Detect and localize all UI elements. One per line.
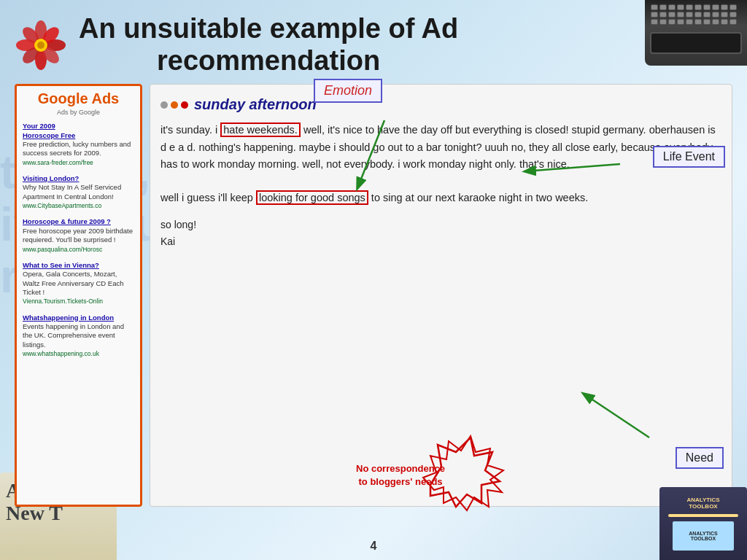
hate-weekends-highlight: hate weekends. [220, 122, 301, 137]
dot-gray [160, 101, 168, 109]
need-label: Need [686, 451, 713, 464]
blog-post-title: sunday afternoon [194, 93, 317, 116]
ad-item-1: Your 2009Horoscope Free Free prediction,… [23, 122, 134, 167]
blog-author: Kai [160, 233, 721, 249]
ad-item-5: Whatshappening in London Events happenin… [23, 314, 134, 359]
ad-link-1[interactable]: Your 2009Horoscope Free [23, 122, 134, 140]
svg-point-10 [37, 42, 44, 49]
ad-link-2[interactable]: Visiting London? [23, 174, 134, 183]
ad-link-5[interactable]: Whatshappening in London [23, 314, 134, 322]
main-content: Google Ads Ads by Google Your 2009Horosc… [0, 84, 747, 507]
blog-closing: so long! [160, 217, 721, 233]
slide-container: to IRS,ive your if yo [0, 0, 747, 560]
annotation-need-box: Need [676, 447, 724, 469]
ads-by-google: Ads by Google [23, 109, 134, 116]
ad-item-2: Visiting London? Why Not Stay In A Self … [23, 174, 134, 210]
annotation-life-event-box: Life Event [653, 146, 725, 168]
blog-body: it's sunday. i hate weekends. well, it's… [160, 122, 721, 249]
blog-signature: so long! Kai [160, 217, 721, 249]
blog-panel: sunday afternoon it's sunday. i hate wee… [150, 84, 732, 507]
ad-item-3: Horoscope & future 2009 ? Free horoscope… [23, 217, 134, 253]
slide-header: An unsuitable example of Ad recommendati… [0, 0, 747, 84]
flower-logo-icon [15, 19, 67, 71]
ad-link-4[interactable]: What to See in Vienna? [23, 261, 134, 270]
looking-for-songs-highlight: looking for good songs [256, 190, 368, 205]
google-ads-title: Google Ads [23, 90, 134, 107]
page-number: 4 [371, 540, 377, 553]
blog-header: sunday afternoon [160, 93, 721, 116]
dot-orange [171, 101, 178, 109]
typewriter-icon [645, 0, 747, 66]
blog-paragraph-1: it's sunday. i hate weekends. well, it's… [160, 122, 721, 173]
life-event-label: Life Event [663, 150, 715, 163]
google-ads-panel: Google Ads Ads by Google Your 2009Horosc… [15, 84, 142, 507]
title-line1: An unsuitable example of Ad [79, 13, 458, 45]
blog-paragraph-2: well i guess i'll keep looking for good … [160, 190, 721, 206]
emotion-label: Emotion [324, 83, 372, 98]
ad-item-4: What to See in Vienna? Opera, Gala Conce… [23, 261, 134, 306]
annotation-emotion-box: Emotion [314, 79, 382, 103]
title-line2: recommendation [79, 45, 458, 77]
blog-dots [160, 101, 188, 109]
book-title-text: ANALYTICSTOOLBOX [684, 494, 722, 513]
ad-link-3[interactable]: Horoscope & future 2009 ? [23, 217, 134, 226]
dot-red [181, 101, 188, 109]
book-image: ANALYTICSTOOLBOX ANALYTICSTOOLBOX [659, 487, 747, 560]
slide-title: An unsuitable example of Ad recommendati… [79, 13, 458, 77]
